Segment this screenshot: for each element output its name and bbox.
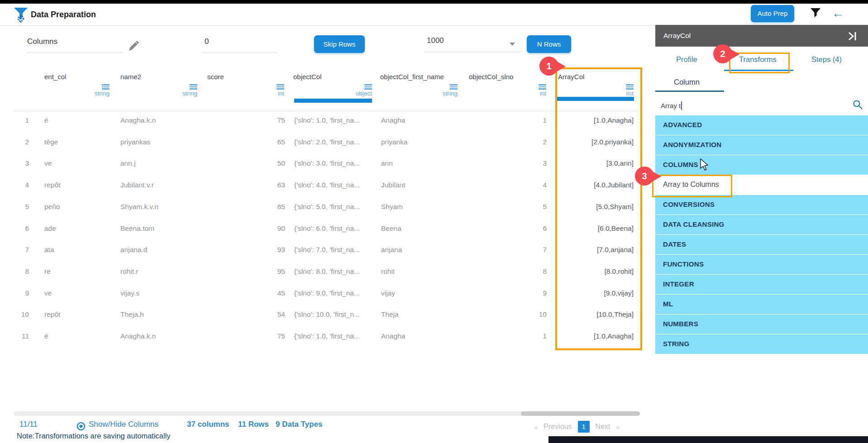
transform-category-item[interactable]: NUMBERS bbox=[655, 314, 868, 334]
cell-name2: ann.j bbox=[120, 152, 136, 174]
cell-name2: rohit.r bbox=[120, 261, 138, 282]
table-row[interactable]: 5 peño Shyam.k.v.n 85 {'slno': 5.0, 'fir… bbox=[0, 196, 640, 218]
show-hide-eye-icon[interactable] bbox=[76, 421, 86, 431]
transform-category-item[interactable]: COLUMNS bbox=[655, 155, 868, 175]
cell-objectcol-slno: 6 bbox=[520, 218, 547, 239]
cell-objectcol-slno: 9 bbox=[520, 282, 547, 304]
back-arrow-icon[interactable]: ← bbox=[832, 6, 844, 20]
cell-arraycol: [1.0,Anagha] bbox=[561, 110, 634, 131]
transform-category-item[interactable]: ANONYMIZATION bbox=[655, 135, 868, 155]
cell-objectcol-slno: 7 bbox=[520, 239, 547, 261]
column-type-label: object bbox=[318, 90, 372, 97]
cell-ent-col: tège bbox=[44, 131, 58, 153]
columns-stat: 37 columns bbox=[187, 420, 229, 429]
cell-objectcol-first-name: Beena bbox=[381, 218, 401, 239]
transform-category-label: ANONYMIZATION bbox=[663, 141, 721, 148]
transform-category-label: DATA CLEANSING bbox=[663, 220, 725, 228]
tab-steps[interactable]: Steps (4) bbox=[811, 55, 842, 64]
table-row[interactable]: 1 é Anagha.k.n 75 {'slno': 1.0, 'first_n… bbox=[0, 110, 640, 131]
table-row[interactable]: 2 tège priyankas 65 {'slno': 2.0, 'first… bbox=[0, 131, 640, 153]
current-page-button[interactable]: 1 bbox=[578, 421, 590, 433]
collapse-panel-icon[interactable] bbox=[847, 31, 859, 41]
transform-category-item[interactable]: Array to Columns bbox=[655, 175, 868, 195]
cell-ent-col: ve bbox=[44, 152, 52, 174]
cell-objectcol-slno: 5 bbox=[520, 196, 547, 218]
data-types-stat: 9 Data Types bbox=[276, 420, 323, 429]
table-row[interactable]: 7 ata anjana.d 93 {'slno': 7.0, 'first_n… bbox=[0, 239, 640, 261]
cell-arraycol: [10.0,Theja] bbox=[561, 304, 634, 325]
skip-rows-button[interactable]: Skip Rows bbox=[314, 35, 365, 53]
auto-prep-button[interactable]: Auto Prep bbox=[751, 5, 794, 22]
row-number: 7 bbox=[14, 239, 29, 261]
tab-transforms[interactable]: Transforms bbox=[739, 55, 777, 64]
transform-search-input[interactable]: Array t bbox=[661, 100, 860, 111]
transform-category-item[interactable]: DATA CLEANSING bbox=[655, 215, 868, 234]
next-page-button[interactable]: Next bbox=[596, 423, 610, 431]
column-type-label: string bbox=[55, 90, 110, 97]
column-header-name2: name2 bbox=[120, 73, 141, 81]
transform-category-label: NUMBERS bbox=[663, 320, 698, 328]
page-title: Data Preparation bbox=[31, 10, 96, 19]
cell-objectcol-first-name: vijay bbox=[381, 282, 395, 304]
cell-arraycol: [5.0,Shyam] bbox=[561, 196, 634, 218]
transform-category-item[interactable]: DATES bbox=[655, 235, 868, 254]
table-row[interactable]: 3 ve ann.j 50 {'slno': 3.0, 'first_na...… bbox=[0, 152, 640, 174]
transform-category-item[interactable]: CONVERSIONS bbox=[655, 195, 868, 214]
table-row[interactable]: 4 repôt Jubilant.v.r 63 {'slno': 4.0, 'f… bbox=[0, 174, 640, 196]
cell-ent-col: ade bbox=[44, 218, 56, 239]
cell-ent-col: repôt bbox=[44, 174, 60, 196]
page-size-select[interactable]: 1000 bbox=[424, 36, 523, 52]
search-icon[interactable] bbox=[853, 100, 863, 110]
show-hide-columns-link[interactable]: Show/Hide Columns bbox=[89, 420, 158, 429]
column-menu-icon[interactable] bbox=[190, 84, 197, 90]
cell-score: 85 bbox=[253, 196, 285, 218]
cell-objectcol-slno: 10 bbox=[520, 304, 547, 325]
column-menu-icon[interactable] bbox=[450, 84, 458, 90]
transform-category-item[interactable]: FUNCTIONS bbox=[655, 255, 868, 274]
visible-count: 11/11 bbox=[19, 420, 38, 429]
column-menu-icon[interactable] bbox=[102, 84, 110, 90]
cell-name2: anjana.d bbox=[120, 239, 147, 261]
column-menu-icon[interactable] bbox=[626, 84, 634, 90]
skip-rows-input[interactable]: 0 bbox=[202, 37, 277, 53]
table-row[interactable]: 10 repôt Theja.h 54 {'slno': 10.0, 'firs… bbox=[0, 304, 640, 325]
app-header bbox=[0, 4, 868, 26]
cell-score: 90 bbox=[253, 218, 285, 239]
table-row[interactable]: 8 re rohit.r 95 {'slno': 8.0, 'first_na.… bbox=[0, 261, 640, 282]
tab-profile[interactable]: Profile bbox=[676, 55, 697, 64]
table-row[interactable]: 9 ve vijay.s 45 {'slno': 9.0, 'first_na.… bbox=[0, 282, 640, 304]
cell-objectcol: {'slno': 4.0, 'first_na... bbox=[294, 174, 360, 196]
column-header-objectcol: objectCol bbox=[293, 73, 322, 81]
previous-page-button[interactable]: Previous bbox=[544, 423, 572, 431]
column-menu-icon[interactable] bbox=[364, 84, 372, 90]
cell-objectcol: {'slno': 9.0, 'first_na... bbox=[294, 282, 360, 304]
transform-category-item[interactable]: INTEGER bbox=[655, 275, 868, 294]
filter-icon[interactable] bbox=[810, 8, 821, 19]
column-menu-icon[interactable] bbox=[277, 84, 284, 90]
cell-score: 54 bbox=[253, 304, 285, 325]
cell-ent-col: é bbox=[44, 110, 48, 131]
transform-category-item[interactable]: ML bbox=[655, 295, 868, 314]
columns-input[interactable]: Columns bbox=[27, 37, 122, 53]
table-row[interactable]: 11 é Anagha.k.n 75 {'slno': 1.0, 'first_… bbox=[0, 325, 640, 347]
cell-objectcol: {'slno': 5.0, 'first_na... bbox=[294, 196, 360, 218]
transform-category-label: ADVANCED bbox=[663, 121, 702, 129]
bottom-dark-bar bbox=[548, 436, 868, 443]
column-menu-icon[interactable] bbox=[539, 84, 546, 90]
cell-arraycol: [9.0,vijay] bbox=[561, 282, 634, 304]
transform-category-item[interactable]: STRING bbox=[655, 334, 868, 354]
column-header-score: score bbox=[207, 73, 224, 81]
prev-arrow-icon[interactable]: « bbox=[534, 423, 538, 431]
transform-category-item[interactable]: ADVANCED bbox=[655, 115, 868, 135]
cell-score: 75 bbox=[253, 110, 285, 131]
n-rows-button[interactable]: N Rows bbox=[527, 35, 571, 53]
edit-pencil-icon[interactable] bbox=[127, 40, 139, 52]
autosave-note: Note:Transformations are saving automati… bbox=[17, 432, 171, 440]
next-arrow-icon[interactable]: » bbox=[616, 423, 620, 431]
cell-name2: Beena.tom bbox=[120, 218, 154, 239]
tab-column[interactable]: Column bbox=[674, 78, 700, 86]
cell-objectcol-first-name: Shyam bbox=[381, 196, 403, 218]
horizontal-scrollbar-thumb[interactable] bbox=[521, 411, 640, 416]
table-row[interactable]: 6 ade Beena.tom 90 {'slno': 6.0, 'first_… bbox=[0, 218, 640, 239]
sidebar-column-title: ArrayCol bbox=[663, 25, 691, 47]
